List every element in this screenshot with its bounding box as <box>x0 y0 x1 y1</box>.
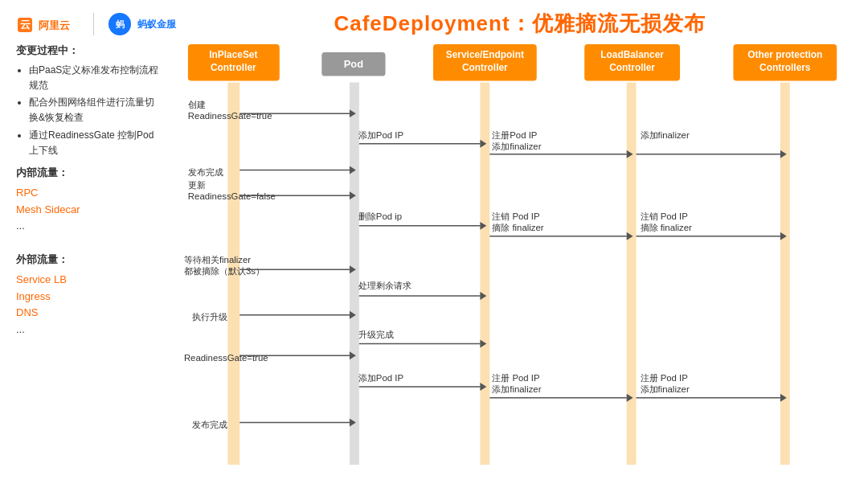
svg-text:LoadBalancer: LoadBalancer <box>600 49 664 60</box>
svg-rect-23 <box>627 83 637 465</box>
svg-text:注册 Pod IP: 注册 Pod IP <box>641 373 688 383</box>
svg-text:Controller: Controller <box>462 62 508 73</box>
external-more: ... <box>16 322 161 338</box>
svg-text:升级完成: 升级完成 <box>358 330 394 339</box>
page-title: CafeDeployment：优雅摘流无损发布 <box>187 10 852 38</box>
left-panel: 变更过程中： 由PaaS定义标准发布控制流程规范 配合外围网络组件进行流量切换&… <box>8 43 169 465</box>
svg-text:处理剩余请求: 处理剩余请求 <box>358 281 411 290</box>
svg-rect-24 <box>780 83 790 465</box>
svg-text:Pod: Pod <box>344 58 363 70</box>
svg-text:Other protection: Other protection <box>747 49 822 60</box>
change-item-2: 配合外围网络组件进行流量切换&恢复检查 <box>29 95 161 125</box>
change-process-title: 变更过程中： <box>16 43 161 59</box>
ant-financial-logo-icon: 蚂 蚂蚁金服 <box>107 11 179 37</box>
external-ingress: Ingress <box>16 289 161 306</box>
main-content: 变更过程中： 由PaaS定义标准发布控制流程规范 配合外围网络组件进行流量切换&… <box>0 43 868 473</box>
svg-text:InPlaceSet: InPlaceSet <box>209 49 257 60</box>
internal-more: ... <box>16 218 161 235</box>
svg-text:注册 Pod IP: 注册 Pod IP <box>492 373 539 383</box>
svg-text:添加finalizer: 添加finalizer <box>641 130 690 140</box>
svg-text:阿里云: 阿里云 <box>39 19 70 31</box>
svg-text:等待相关finalizer: 等待相关finalizer <box>184 255 251 265</box>
svg-text:摘除 finalizer: 摘除 finalizer <box>641 223 693 232</box>
svg-text:更新: 更新 <box>188 180 206 190</box>
svg-text:都被摘除（默认3s）: 都被摘除（默认3s） <box>184 266 264 276</box>
header: 云 阿里云 蚂 蚂蚁金服 CafeDeployment：优雅摘流无损发布 <box>0 0 868 43</box>
svg-text:ReadinessGate=true: ReadinessGate=true <box>184 353 268 363</box>
svg-text:Controllers: Controllers <box>760 62 811 73</box>
svg-text:添加finalizer: 添加finalizer <box>641 384 690 394</box>
svg-text:蚂: 蚂 <box>116 19 125 29</box>
change-item-1: 由PaaS定义标准发布控制流程规范 <box>29 63 161 93</box>
svg-text:添加finalizer: 添加finalizer <box>492 142 541 151</box>
svg-text:发布完成: 发布完成 <box>192 420 227 429</box>
svg-text:蚂蚁金服: 蚂蚁金服 <box>137 18 177 30</box>
svg-text:注销 Pod IP: 注销 Pod IP <box>492 211 539 221</box>
svg-text:ReadinessGate=false: ReadinessGate=false <box>188 191 276 201</box>
change-items-list: 由PaaS定义标准发布控制流程规范 配合外围网络组件进行流量切换&恢复检查 通过… <box>16 63 161 158</box>
svg-text:添加Pod IP: 添加Pod IP <box>358 130 403 140</box>
svg-text:添加Pod IP: 添加Pod IP <box>358 373 403 383</box>
svg-text:云: 云 <box>20 18 31 31</box>
svg-text:Controller: Controller <box>609 62 655 73</box>
change-item-3: 通过ReadinessGate 控制Pod上下线 <box>29 128 161 158</box>
external-dns: DNS <box>16 305 161 322</box>
svg-text:摘除 finalizer: 摘除 finalizer <box>492 223 544 232</box>
internal-traffic-title: 内部流量： <box>16 165 161 182</box>
logo-divider <box>93 13 94 35</box>
svg-text:添加finalizer: 添加finalizer <box>492 384 541 394</box>
svg-text:ReadinessGate=true: ReadinessGate=true <box>188 111 272 121</box>
svg-text:Controller: Controller <box>211 62 256 73</box>
svg-rect-22 <box>480 83 489 465</box>
aliyun-logo-icon: 云 阿里云 <box>16 11 80 37</box>
svg-text:发布完成: 发布完成 <box>188 167 223 177</box>
svg-text:Service/Endpoint: Service/Endpoint <box>446 49 524 60</box>
svg-text:执行升级: 执行升级 <box>192 312 227 322</box>
internal-mesh: Mesh Sidecar <box>16 202 161 219</box>
svg-text:注册Pod IP: 注册Pod IP <box>492 130 537 140</box>
logo-area: 云 阿里云 蚂 蚂蚁金服 <box>16 11 179 37</box>
diagram-area: InPlaceSet Controller Pod Service/Endpoi… <box>169 43 860 465</box>
svg-text:注销 Pod IP: 注销 Pod IP <box>641 211 688 221</box>
sequence-diagram: InPlaceSet Controller Pod Service/Endpoi… <box>169 43 860 465</box>
svg-text:创建: 创建 <box>188 100 206 109</box>
external-traffic-title: 外部流量： <box>16 252 161 269</box>
internal-rpc: RPC <box>16 185 161 202</box>
svg-text:删除Pod ip: 删除Pod ip <box>358 211 402 221</box>
external-servicelb: Service LB <box>16 272 161 289</box>
